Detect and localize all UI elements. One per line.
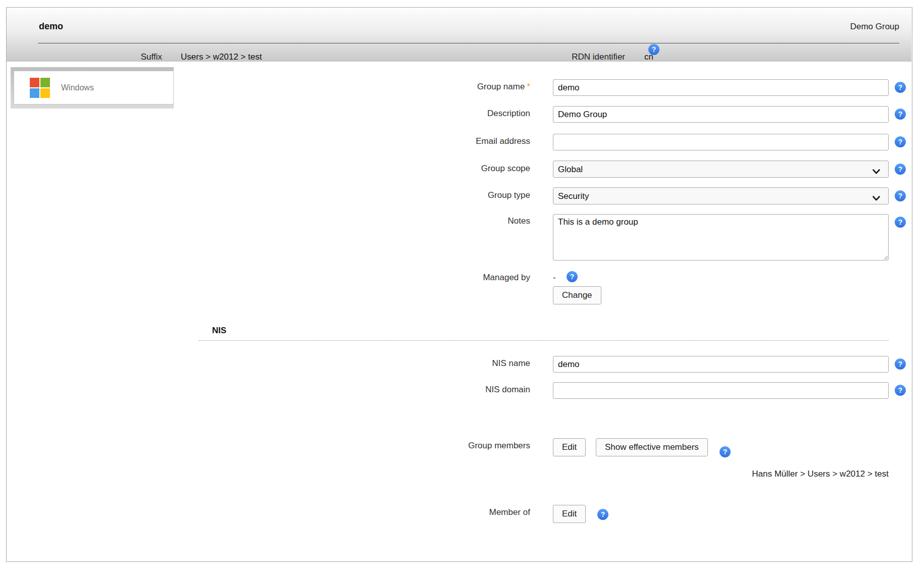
nis-domain-input[interactable]	[553, 382, 889, 399]
required-asterisk: *	[527, 82, 530, 91]
group-scope-select[interactable]: Global	[553, 161, 889, 178]
group-name-label-text: Group name	[477, 82, 525, 91]
help-icon[interactable]: ?	[720, 446, 731, 457]
windows-logo-icon	[30, 78, 50, 98]
email-address-input[interactable]	[553, 134, 889, 150]
email-address-label: Email address	[328, 136, 530, 146]
group-members-edit-button[interactable]: Edit	[553, 438, 586, 456]
help-icon[interactable]: ?	[895, 190, 906, 201]
group-type-select[interactable]: Security	[553, 187, 889, 204]
group-members-label: Group members	[328, 441, 530, 451]
header-divider	[38, 43, 899, 43]
nis-section-divider	[199, 340, 889, 341]
member-of-label: Member of	[328, 507, 530, 517]
group-name-label: Group name*	[328, 82, 530, 92]
member-of-edit-button[interactable]: Edit	[553, 505, 586, 523]
nis-section-title: NIS	[212, 326, 226, 336]
windows-logo-green-square	[40, 78, 50, 87]
group-member-path: Hans Müller > Users > w2012 > test	[555, 469, 889, 479]
rdn-identifier-label: RDN identifier	[524, 52, 625, 62]
suffix-label: Suffix	[61, 52, 162, 62]
nis-name-label: NIS name	[328, 358, 530, 369]
description-label: Description	[328, 109, 530, 119]
page-title: demo	[39, 21, 63, 32]
help-icon[interactable]: ?	[895, 358, 906, 370]
help-icon[interactable]: ?	[648, 44, 659, 55]
managed-by-value: -	[553, 273, 556, 283]
windows-logo-red-square	[30, 78, 39, 87]
managed-by-label: Managed by	[328, 273, 530, 283]
notes-label: Notes	[328, 216, 530, 226]
help-icon[interactable]: ?	[895, 82, 906, 93]
windows-logo-yellow-square	[40, 88, 50, 98]
help-icon[interactable]: ?	[895, 164, 906, 175]
tab-windows[interactable]: Windows	[14, 71, 174, 105]
notes-textarea[interactable]: This is a demo group	[553, 214, 889, 261]
windows-logo-blue-square	[30, 88, 39, 98]
help-icon[interactable]: ?	[597, 509, 608, 520]
group-scope-label: Group scope	[328, 164, 530, 174]
group-name-input[interactable]	[553, 79, 889, 96]
tab-bar: Windows	[11, 67, 174, 109]
description-input[interactable]	[553, 106, 889, 123]
show-effective-members-button[interactable]: Show effective members	[596, 438, 708, 456]
group-type-label: Group type	[328, 190, 530, 200]
managed-by-change-button[interactable]: Change	[553, 286, 601, 304]
help-icon[interactable]: ?	[567, 271, 578, 282]
nis-domain-label: NIS domain	[328, 385, 530, 395]
page-subtitle: Demo Group	[663, 22, 899, 32]
suffix-value: Users > w2012 > test	[181, 52, 262, 62]
tab-windows-label: Windows	[61, 83, 94, 92]
page-header: demo Demo Group Suffix Users > w2012 > t…	[7, 8, 911, 62]
help-icon[interactable]: ?	[895, 217, 906, 228]
help-icon[interactable]: ?	[895, 136, 906, 147]
nis-name-input[interactable]	[553, 356, 889, 373]
help-icon[interactable]: ?	[895, 385, 906, 396]
help-icon[interactable]: ?	[895, 109, 906, 120]
